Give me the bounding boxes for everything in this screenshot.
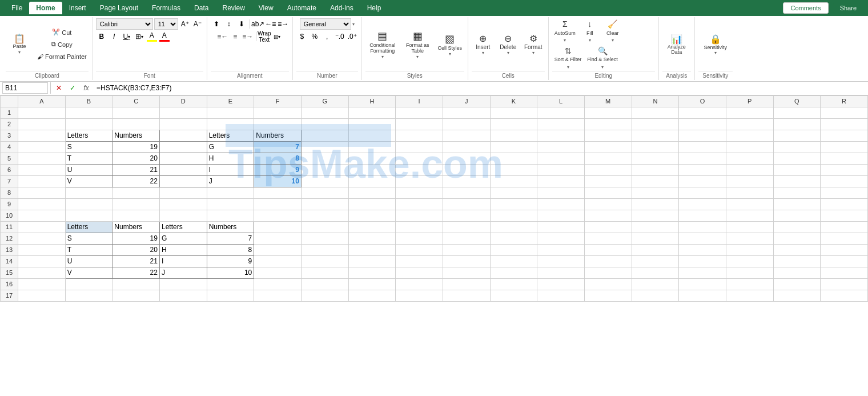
cell[interactable] (254, 244, 302, 255)
cell[interactable] (396, 153, 443, 164)
cell[interactable] (679, 107, 726, 118)
cell[interactable]: J (159, 267, 207, 278)
cell[interactable] (159, 290, 207, 301)
cell[interactable] (584, 233, 632, 244)
cell[interactable]: Letters (207, 130, 254, 141)
cell[interactable] (65, 118, 112, 130)
border-button[interactable]: ⊞ ▾ (134, 31, 145, 42)
cell[interactable] (821, 153, 868, 164)
merge-center-button[interactable]: ⊞ ▾ (271, 31, 283, 42)
cell[interactable] (348, 107, 396, 118)
cell[interactable] (159, 278, 207, 290)
cell[interactable] (396, 221, 443, 233)
cell[interactable] (254, 118, 302, 130)
cell[interactable] (18, 221, 66, 233)
cell[interactable] (679, 221, 726, 233)
cell[interactable] (348, 290, 396, 301)
cell[interactable]: 10 (1, 210, 18, 221)
cell[interactable] (65, 198, 112, 210)
cell[interactable]: 17 (1, 290, 18, 301)
cell[interactable] (396, 255, 443, 267)
cell[interactable]: 22 (112, 267, 160, 278)
cell[interactable]: 1 (1, 107, 18, 118)
cell[interactable]: 12 (1, 233, 18, 244)
cell[interactable] (773, 221, 821, 233)
cell[interactable]: 8 (1, 187, 18, 198)
cell[interactable]: 13 (1, 244, 18, 255)
cell[interactable] (773, 164, 821, 175)
cell[interactable] (679, 255, 726, 267)
cell[interactable] (207, 210, 254, 221)
cell[interactable]: 2 (1, 118, 18, 130)
cell[interactable] (584, 187, 632, 198)
cell[interactable] (821, 187, 868, 198)
cell[interactable] (632, 290, 679, 301)
cell[interactable] (726, 153, 773, 164)
cell[interactable] (396, 107, 443, 118)
cell[interactable] (396, 244, 443, 255)
cell[interactable] (254, 210, 302, 221)
cell[interactable] (348, 233, 396, 244)
cell[interactable]: 9 (254, 164, 302, 175)
col-header-o[interactable]: O (679, 95, 726, 107)
cell[interactable] (443, 164, 490, 175)
cell[interactable] (443, 233, 490, 244)
cell[interactable] (679, 187, 726, 198)
text-direction-button[interactable]: ab↗ (252, 18, 264, 30)
cell[interactable] (632, 175, 679, 187)
comments-button[interactable]: Comments (783, 2, 828, 14)
cell[interactable]: 3 (1, 130, 18, 141)
indent-increase-button[interactable]: ≡→ (278, 18, 289, 30)
cell[interactable] (396, 267, 443, 278)
format-button[interactable]: ⚙ Format ▾ (522, 27, 545, 62)
cell[interactable] (821, 290, 868, 301)
cell[interactable] (821, 210, 868, 221)
cell[interactable] (254, 107, 302, 118)
copy-button[interactable]: ⧉ Copy (35, 39, 89, 50)
cell[interactable] (159, 107, 207, 118)
cell[interactable] (443, 130, 490, 141)
cell[interactable] (584, 221, 632, 233)
cell[interactable] (207, 278, 254, 290)
cell[interactable] (584, 175, 632, 187)
cell[interactable] (112, 290, 160, 301)
tab-review[interactable]: Review (215, 2, 251, 14)
cell[interactable]: G (207, 141, 254, 153)
col-header-l[interactable]: L (537, 95, 585, 107)
cell[interactable] (537, 210, 585, 221)
tab-data[interactable]: Data (187, 2, 215, 14)
cell[interactable] (443, 107, 490, 118)
cell[interactable] (537, 278, 585, 290)
cell[interactable]: 16 (1, 278, 18, 290)
cell[interactable] (537, 267, 585, 278)
cell[interactable] (490, 233, 537, 244)
cell[interactable] (301, 255, 348, 267)
cell[interactable] (18, 210, 66, 221)
cell[interactable] (112, 198, 160, 210)
cell[interactable] (254, 187, 302, 198)
cell[interactable] (18, 164, 66, 175)
cell[interactable]: 20 (112, 244, 160, 255)
cell[interactable] (65, 290, 112, 301)
cell[interactable] (18, 118, 66, 130)
cell[interactable] (632, 130, 679, 141)
cell[interactable] (159, 164, 207, 175)
cell[interactable] (18, 198, 66, 210)
cell[interactable]: T (65, 244, 112, 255)
cell[interactable] (537, 233, 585, 244)
cell[interactable] (726, 175, 773, 187)
cell[interactable] (490, 141, 537, 153)
cell[interactable] (348, 130, 396, 141)
cell[interactable] (112, 210, 160, 221)
cell[interactable] (726, 244, 773, 255)
format-painter-button[interactable]: 🖌 Format Painter (35, 51, 89, 62)
cell[interactable] (348, 221, 396, 233)
cell[interactable] (584, 255, 632, 267)
cell[interactable] (490, 107, 537, 118)
cell[interactable] (18, 175, 66, 187)
cell[interactable] (773, 290, 821, 301)
currency-button[interactable]: $ (296, 31, 308, 42)
cell[interactable] (301, 153, 348, 164)
cell[interactable] (679, 278, 726, 290)
cell[interactable] (726, 198, 773, 210)
